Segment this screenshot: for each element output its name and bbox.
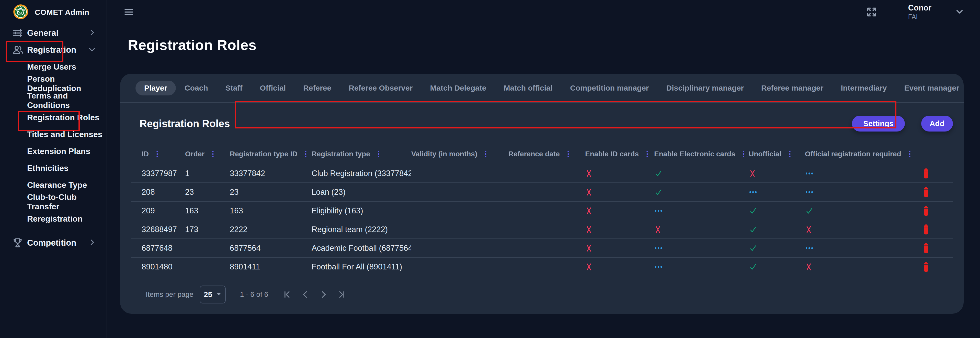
- tab-competition-manager[interactable]: Competition manager: [561, 81, 657, 96]
- column-label: Registration type ID: [230, 150, 297, 158]
- card-header: Registration Roles Settings Add: [120, 103, 964, 144]
- cell-type_id: 8901411: [230, 262, 312, 271]
- hamburger-icon[interactable]: [123, 6, 135, 18]
- cross-icon: [585, 169, 593, 178]
- sidebar-item-label: Registration Roles: [27, 113, 99, 122]
- tab-referee[interactable]: Referee: [294, 81, 340, 96]
- next-page-icon[interactable]: [317, 288, 330, 301]
- delete-icon[interactable]: [920, 223, 932, 236]
- user-menu[interactable]: Conor FAI: [908, 3, 965, 21]
- table-row: 33377987133377842Club Registration (3337…: [131, 164, 953, 183]
- sidebar-item-reregistration[interactable]: Reregistration: [0, 210, 107, 227]
- column-menu-icon[interactable]: [304, 149, 308, 159]
- sidebar-item-label: Extension Plans: [27, 147, 90, 156]
- delete-icon[interactable]: [920, 260, 932, 274]
- cell-official_required-dots: [805, 172, 910, 175]
- delete-icon[interactable]: [920, 167, 932, 180]
- settings-button[interactable]: Settings: [852, 116, 905, 132]
- cell-type: Football For All (8901411): [312, 262, 411, 271]
- caret-down-icon: [216, 292, 221, 297]
- column-menu-icon[interactable]: [211, 149, 215, 159]
- sidebar-item-label: Terms and Conditions: [27, 91, 107, 110]
- sidebar-item-label: Club-to-Club Transfer: [27, 193, 107, 211]
- sidebar-item-titles-and-licenses[interactable]: Titles and Licenses: [0, 126, 107, 143]
- add-button[interactable]: Add: [921, 116, 953, 132]
- column-label: ID: [142, 150, 149, 158]
- cell-type: Club Registration (33377842): [312, 169, 411, 178]
- sidebar-item-ethnicities[interactable]: Ethnicities: [0, 159, 107, 177]
- column-label: Official registration required: [805, 150, 901, 158]
- tab-event-manager[interactable]: Event manager: [896, 81, 968, 96]
- cell-id_cards-cross: [585, 244, 654, 252]
- cell-id: 6877648: [142, 244, 185, 253]
- tab-disciplinary-manager[interactable]: Disciplinary manager: [658, 81, 752, 96]
- main-content: Registration Roles PlayerCoachStaffOffic…: [107, 24, 980, 338]
- cell-official_required-check: [805, 206, 910, 215]
- tab-referee-observer[interactable]: Referee Observer: [340, 81, 421, 96]
- check-icon: [749, 244, 757, 252]
- sidebar-item-competition[interactable]: Competition: [0, 234, 107, 251]
- dots-icon: [805, 246, 814, 250]
- sidebar-item-general[interactable]: General: [0, 25, 107, 41]
- page-range-label: 1 - 6 of 6: [240, 290, 268, 298]
- tab-match-official[interactable]: Match official: [495, 81, 561, 96]
- column-menu-icon[interactable]: [155, 149, 159, 159]
- column-label: Registration type: [312, 150, 370, 158]
- table-row: 326884971732222Regional team (2222): [131, 220, 953, 239]
- check-icon: [749, 206, 757, 215]
- sidebar-item-terms-and-conditions[interactable]: Terms and Conditions: [0, 92, 107, 109]
- sidebar-item-clearance-type[interactable]: Clearance Type: [0, 177, 107, 193]
- content-card: PlayerCoachStaffOfficialRefereeReferee O…: [120, 74, 964, 314]
- column-menu-icon[interactable]: [566, 149, 571, 159]
- sidebar-item-extension-plans[interactable]: Extension Plans: [0, 143, 107, 159]
- delete-icon[interactable]: [920, 185, 932, 199]
- last-page-icon[interactable]: [336, 288, 348, 301]
- column-menu-icon[interactable]: [484, 149, 488, 159]
- table-row: 89014808901411Football For All (8901411): [131, 258, 953, 276]
- sidebar-item-registration-roles[interactable]: Registration Roles: [0, 109, 107, 126]
- cell-order: 173: [185, 225, 230, 234]
- trophy-icon: [12, 237, 25, 249]
- cell-official_required-cross: [805, 225, 910, 234]
- sidebar-item-person-deduplication[interactable]: Person Deduplication: [0, 75, 107, 92]
- app-title: COMET Admin: [35, 8, 89, 17]
- sidebar-item-club-to-club-transfer[interactable]: Club-to-Club Transfer: [0, 193, 107, 210]
- delete-icon[interactable]: [920, 241, 932, 255]
- column-menu-icon[interactable]: [645, 149, 649, 159]
- dots-icon: [654, 209, 663, 213]
- column-header-reference-date: Reference date: [508, 149, 585, 159]
- column-menu-icon[interactable]: [376, 149, 381, 159]
- column-menu-icon[interactable]: [741, 149, 746, 159]
- cell-type: Loan (23): [312, 188, 411, 197]
- sidebar-item-label: Titles and Licenses: [27, 130, 102, 139]
- cell-id_cards-cross: [585, 207, 654, 215]
- sidebar-item-registration[interactable]: Registration: [0, 41, 107, 58]
- sidebar-nav: GeneralRegistrationMerge UsersPerson Ded…: [0, 25, 107, 251]
- tab-staff[interactable]: Staff: [217, 81, 251, 96]
- chevron-right-icon: [88, 28, 96, 38]
- tab-coach[interactable]: Coach: [176, 81, 217, 96]
- pagination: Items per page 25 1 - 6 of 6: [120, 276, 964, 303]
- sidebar-item-label: General: [27, 28, 59, 38]
- tab-official[interactable]: Official: [251, 81, 294, 96]
- column-menu-icon[interactable]: [788, 149, 792, 159]
- delete-icon[interactable]: [920, 204, 932, 218]
- cross-icon: [805, 263, 813, 271]
- items-per-page-label: Items per page: [146, 290, 194, 298]
- tab-intermediary[interactable]: Intermediary: [832, 81, 896, 96]
- column-menu-icon[interactable]: [907, 149, 912, 159]
- first-page-icon[interactable]: [280, 288, 293, 301]
- tab-referee-manager[interactable]: Referee manager: [752, 81, 832, 96]
- sidebar-item-merge-users[interactable]: Merge Users: [0, 58, 107, 75]
- prev-page-icon[interactable]: [299, 288, 312, 301]
- fullscreen-icon[interactable]: [866, 6, 878, 18]
- column-header-enable-id-cards: Enable ID cards: [585, 149, 654, 159]
- check-icon: [805, 206, 814, 215]
- tab-match-delegate[interactable]: Match Delegate: [421, 81, 495, 96]
- cell-electronic_cards-check: [654, 169, 749, 178]
- cell-electronic_cards-dots: [654, 246, 749, 250]
- items-per-page-select[interactable]: 25: [200, 285, 226, 303]
- column-header-registration-type-id: Registration type ID: [230, 149, 312, 159]
- tab-player[interactable]: Player: [135, 81, 176, 96]
- column-header-validity-in-months: Validity (in months): [411, 149, 508, 159]
